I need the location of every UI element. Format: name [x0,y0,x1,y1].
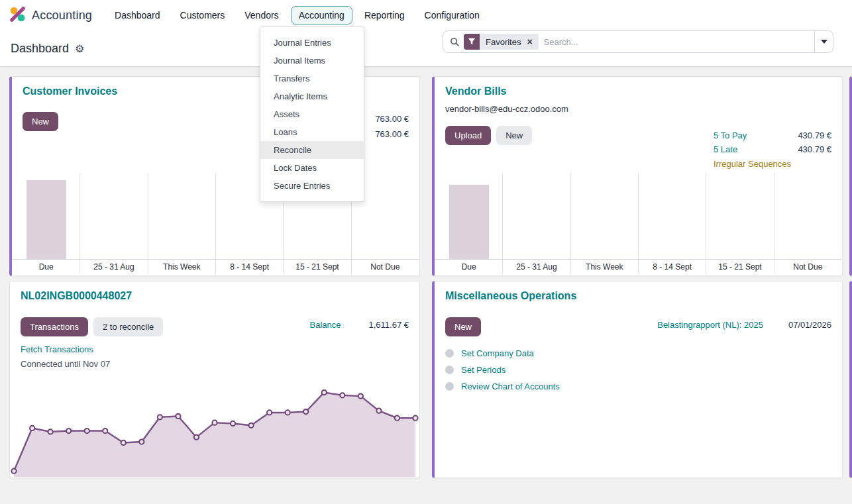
nav-vendors[interactable]: Vendors [237,6,286,25]
bar-column[interactable] [13,173,80,259]
x-axis-label: 8 - 14 Sept [639,260,706,274]
tax-report-row: Belastingrapport (NL): 2025 07/01/2026 [657,320,831,330]
irregular-sequences-link[interactable]: Irregular Sequences [714,157,831,171]
customer-invoices-new-button[interactable]: New [23,112,58,131]
tax-report-date: 07/01/2026 [788,320,831,330]
filter-funnel-icon [464,34,480,50]
transactions-button[interactable]: Transactions [21,317,88,336]
menu-item-loans[interactable]: Loans [260,123,364,141]
x-axis-label: Due [435,260,503,274]
x-axis-label: 15 - 21 Sept [706,260,774,274]
x-axis-label: Due [13,260,80,274]
amount-row[interactable]: 763.00 € [375,126,409,142]
chevron-down-icon [821,40,827,44]
nav-configuration[interactable]: Configuration [417,6,488,25]
bar-column[interactable] [774,173,841,259]
nav-accounting[interactable]: Accounting [291,6,352,25]
customer-invoices-amounts[interactable]: 763.00 € 763.00 € [375,111,409,142]
menu-item-journal-items[interactable]: Journal Items [260,52,364,70]
todo-review-chart-of-accounts[interactable]: Review Chart of Accounts [445,378,560,395]
amount-row[interactable]: 763.00 € [375,111,409,126]
connected-until-text: Connected until Nov 07 [21,359,110,369]
search-bar: Favorites × [443,30,833,53]
accounting-app-icon [9,6,26,25]
vendor-bills-email: vendor-bills@edu-ccz.odoo.com [445,104,568,114]
nav-dashboard[interactable]: Dashboard [107,6,168,25]
bar-column[interactable] [435,173,503,259]
vendor-bills-upload-button[interactable]: Upload [445,126,491,145]
menu-item-journal-entries[interactable]: Journal Entries [260,34,364,52]
nav-reporting[interactable]: Reporting [356,6,413,25]
misc-operations-title[interactable]: Miscellaneous Operations [445,290,576,302]
bank-journal-title[interactable]: NL02INGB0000448027 [21,290,132,302]
onboarding-todo-list: Set Company Data Set Periods Review Char… [445,345,560,395]
todo-bullet-icon [445,349,454,358]
x-axis-label: This Week [571,260,639,274]
late-amount: 430.79 € [798,142,831,156]
app-name: Accounting [32,9,92,23]
menu-item-assets[interactable]: Assets [260,105,364,123]
bar[interactable] [449,185,489,259]
x-axis-label: 15 - 21 Sept [284,260,351,274]
menu-item-analytic-items[interactable]: Analytic Items [260,87,364,105]
search-input[interactable] [544,37,814,47]
partial-card-right-bottom [849,281,852,478]
tax-report-link[interactable]: Belastingrapport (NL): 2025 [657,320,763,330]
vendor-bills-new-button[interactable]: New [496,126,532,145]
bar-column[interactable] [80,173,148,259]
late-link[interactable]: 5 Late [714,142,737,156]
x-axis-label: Not Due [352,260,419,274]
x-axis-label: 25 - 31 Aug [80,260,148,274]
menu-item-transfers[interactable]: Transfers [260,70,364,87]
to-pay-amount: 430.79 € [798,128,831,142]
to-pay-link[interactable]: 5 To Pay [714,128,747,142]
gear-icon[interactable]: ⚙ [75,42,84,55]
filter-chip-label: Favorites [480,37,525,47]
menu-item-reconcile[interactable]: Reconcile [260,141,364,159]
balance-link[interactable]: Balance [310,320,341,330]
balance-row: Balance 1,611.67 € [310,320,409,330]
todo-label[interactable]: Set Periods [461,365,506,375]
menu-item-secure-entries[interactable]: Secure Entries [260,177,364,195]
bar[interactable] [27,180,66,259]
app-brand[interactable]: Accounting [9,6,92,25]
bar-column[interactable] [706,173,774,259]
todo-label[interactable]: Set Company Data [461,348,534,358]
to-reconcile-button[interactable]: 2 to reconcile [93,317,163,336]
partial-card-right-top [849,76,852,276]
menu-item-lock-dates[interactable]: Lock Dates [260,159,364,177]
bar-column[interactable] [571,173,639,259]
x-axis-label: This Week [148,260,216,274]
bar-column[interactable] [639,173,706,259]
search-options-toggle[interactable] [814,31,833,52]
favorites-filter-chip[interactable]: Favorites × [464,34,539,50]
todo-label[interactable]: Review Chart of Accounts [461,381,560,391]
accounting-dropdown-menu: Journal Entries Journal Items Transfers … [260,26,364,202]
x-axis-label: Not Due [774,260,841,274]
todo-set-company-data[interactable]: Set Company Data [445,345,560,362]
balance-value: 1,611.67 € [369,320,409,330]
todo-bullet-icon [445,382,454,391]
header: Accounting Dashboard Customers Vendors A… [0,0,852,67]
filter-close-icon[interactable]: × [525,36,538,47]
vendor-bills-card: Vendor Bills vendor-bills@edu-ccz.odoo.c… [432,76,843,276]
misc-operations-card: Miscellaneous Operations New Belastingra… [432,281,843,478]
vendor-bills-status-table: 5 To Pay 430.79 € 5 Late 430.79 € Irregu… [714,128,831,171]
nav-customers[interactable]: Customers [172,6,233,25]
dashboard-content: Customer Invoices New 763.00 € 763.00 € … [0,67,852,504]
bar-column[interactable] [503,173,570,259]
bar-column[interactable] [148,173,216,259]
x-axis-label: 8 - 14 Sept [216,260,284,274]
control-panel: Dashboard ⚙ Favorites × [0,30,852,66]
misc-new-button[interactable]: New [445,317,481,336]
x-axis-label: 25 - 31 Aug [503,260,570,274]
page-title: Dashboard [11,42,69,56]
bank-balance-chart[interactable] [11,377,419,477]
todo-set-periods[interactable]: Set Periods [445,362,560,378]
vendor-bills-aging-chart[interactable]: Due25 - 31 AugThis Week8 - 14 Sept15 - 2… [435,173,841,275]
customer-invoices-title[interactable]: Customer Invoices [23,85,117,97]
vendor-bills-title[interactable]: Vendor Bills [445,85,506,97]
main-menubar: Accounting Dashboard Customers Vendors A… [0,0,852,30]
top-nav: Dashboard Customers Vendors Accounting R… [107,6,488,25]
fetch-transactions-link[interactable]: Fetch Transactions [21,344,93,354]
